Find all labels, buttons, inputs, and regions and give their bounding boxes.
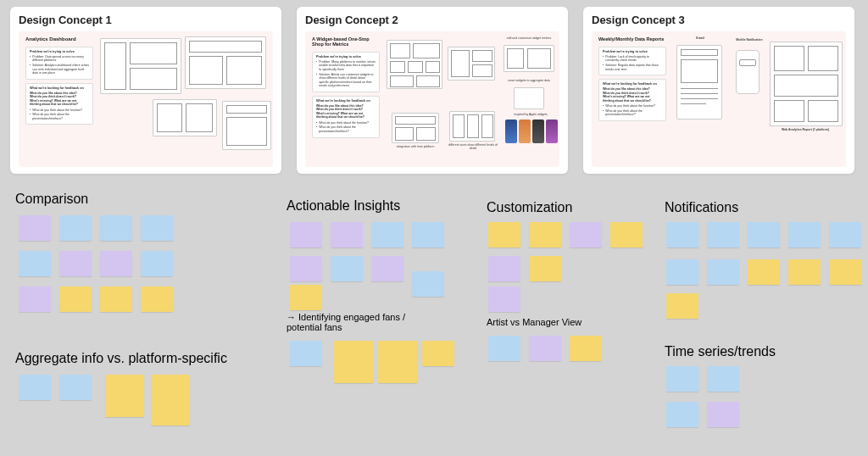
sticky-note[interactable] <box>788 259 821 285</box>
sticky-note[interactable] <box>151 375 190 425</box>
sticky-note[interactable] <box>59 251 92 276</box>
concept-3-mobile-sketch <box>736 50 760 94</box>
sticky-note[interactable] <box>100 251 132 276</box>
concept-2-sketches: edit and customize widget metrics smart … <box>385 36 553 158</box>
sticky-note[interactable] <box>59 375 92 400</box>
sticky-note[interactable] <box>290 256 322 281</box>
sticky-note[interactable] <box>666 402 698 427</box>
concept-3-feedback-box: What we're looking for feedback on What … <box>598 79 666 121</box>
sticky-note[interactable] <box>748 222 780 247</box>
concept-2-caption-mid: smart widgets to aggregate data <box>504 79 554 82</box>
sticky-note[interactable] <box>105 375 144 417</box>
sticky-note[interactable] <box>371 256 403 281</box>
concept-2-apple-widgets <box>505 120 558 143</box>
concept-2-caption-int: integration with time platform <box>390 145 441 148</box>
sticky-note[interactable] <box>488 336 520 361</box>
label-notifications: Notifications <box>665 200 738 215</box>
sticky-note[interactable] <box>488 222 520 247</box>
concept-3-email-sketch <box>676 45 722 120</box>
sticky-note[interactable] <box>788 222 821 247</box>
sticky-note[interactable] <box>331 256 363 281</box>
concept-2-body: A Widget-based One-Stop Shop for Metrics… <box>305 31 559 167</box>
sticky-note[interactable] <box>707 222 739 247</box>
concept-1-sketch-b <box>185 36 266 89</box>
whiteboard-canvas[interactable]: Design Concept 1 Analytics Dashboard Pro… <box>0 0 868 456</box>
sticky-note[interactable] <box>529 336 561 361</box>
sticky-note[interactable] <box>290 222 322 247</box>
concept-2-left-column: A Widget-based One-Stop Shop for Metrics… <box>312 36 380 158</box>
sticky-note[interactable] <box>666 366 698 392</box>
sticky-note[interactable] <box>412 222 444 247</box>
sticky-note[interactable] <box>59 215 92 241</box>
concept-3-sketches: Email Mobile Notification <box>671 36 839 158</box>
concept-2-caption-top: edit and customize widget metrics <box>504 36 554 40</box>
sticky-note[interactable] <box>141 215 173 241</box>
label-comparison: Comparison <box>15 192 88 207</box>
concept-2-problem-box: Problem we're trying to solve Problem: M… <box>312 52 380 92</box>
concept-card-3[interactable]: Design Concept 3 Weekly/Monthly Data Rep… <box>583 7 854 174</box>
sticky-note[interactable] <box>707 402 739 427</box>
sticky-note[interactable] <box>100 215 132 241</box>
sticky-note[interactable] <box>707 366 739 392</box>
sticky-note[interactable] <box>412 271 444 297</box>
sticky-note[interactable] <box>371 222 403 247</box>
sticky-note[interactable] <box>290 341 322 366</box>
sticky-note[interactable] <box>748 259 780 285</box>
concept-2-smart-widget <box>514 87 544 109</box>
sticky-note[interactable] <box>829 222 861 247</box>
sticky-note[interactable] <box>141 286 173 312</box>
label-actionable: Actionable Insights <box>287 198 400 214</box>
sticky-note[interactable] <box>19 251 51 276</box>
concept-2-detail-a <box>448 47 495 81</box>
sticky-note[interactable] <box>488 286 520 312</box>
concept-1-feedback-box: What we're looking for feedback on What … <box>25 83 93 125</box>
concept-3-panel-title: Weekly/Monthly Data Reports <box>598 36 666 42</box>
sticky-note[interactable] <box>378 341 417 383</box>
sticky-note[interactable] <box>666 259 698 285</box>
sticky-note[interactable] <box>829 259 861 285</box>
sticky-note[interactable] <box>570 336 602 361</box>
sticky-note[interactable] <box>19 286 51 312</box>
concept-2-title: Design Concept 2 <box>305 14 559 26</box>
sticky-note[interactable] <box>666 293 698 319</box>
label-customization: Customization <box>487 200 572 215</box>
sticky-note[interactable] <box>529 222 561 247</box>
concept-2-panel-title: A Widget-based One-Stop Shop for Metrics <box>312 36 380 47</box>
concept-1-title: Design Concept 1 <box>19 14 273 26</box>
sticky-note[interactable] <box>707 259 739 285</box>
concept-1-sketches <box>98 36 266 158</box>
sticky-note[interactable] <box>19 215 51 241</box>
concept-3-web-report <box>770 42 843 126</box>
sticky-note[interactable] <box>570 222 602 247</box>
concept-1-sketch-a <box>100 38 181 94</box>
concept-1-panel-title: Analytics Dashboard <box>25 36 93 42</box>
concept-2-detail-c <box>449 111 495 142</box>
sticky-note[interactable] <box>334 341 373 383</box>
concept-3-problem-box: Problem we're trying to solve Problem: L… <box>598 47 666 75</box>
concept-1-body: Analytics Dashboard Problem we're trying… <box>19 31 273 167</box>
concept-1-left-column: Analytics Dashboard Problem we're trying… <box>25 36 93 158</box>
concept-card-1[interactable]: Design Concept 1 Analytics Dashboard Pro… <box>10 7 281 174</box>
concept-2-caption-levels: different sizes show different levels of… <box>446 143 500 150</box>
sticky-note[interactable] <box>666 222 698 247</box>
sticky-note[interactable] <box>141 251 173 276</box>
sticky-note[interactable] <box>422 341 454 366</box>
label-artist-manager: Artist vs Manager View <box>487 317 581 327</box>
sticky-note[interactable] <box>331 222 363 247</box>
sticky-note[interactable] <box>100 286 132 312</box>
concept-3-caption-mobile: Mobile Notification <box>732 38 766 42</box>
label-aggregate: Aggregate info vs. platform-specific <box>15 351 227 366</box>
concept-2-edit-widget <box>504 45 554 72</box>
concept-3-caption-web: Web Analytics Report (1 platform) <box>765 128 846 131</box>
concept-1-sketch-d <box>222 101 271 150</box>
sticky-note[interactable] <box>610 222 643 247</box>
sticky-note[interactable] <box>59 286 92 312</box>
label-timeseries: Time series/trends <box>665 344 776 359</box>
concept-card-2[interactable]: Design Concept 2 A Widget-based One-Stop… <box>297 7 568 174</box>
sticky-note[interactable] <box>290 285 322 310</box>
concept-2-feedback-box: What we're looking for feedback on What … <box>312 96 380 138</box>
sticky-note[interactable] <box>19 375 51 400</box>
sticky-note[interactable] <box>488 256 520 281</box>
sticky-note[interactable] <box>529 256 561 281</box>
concept-2-widget-board <box>387 40 442 89</box>
